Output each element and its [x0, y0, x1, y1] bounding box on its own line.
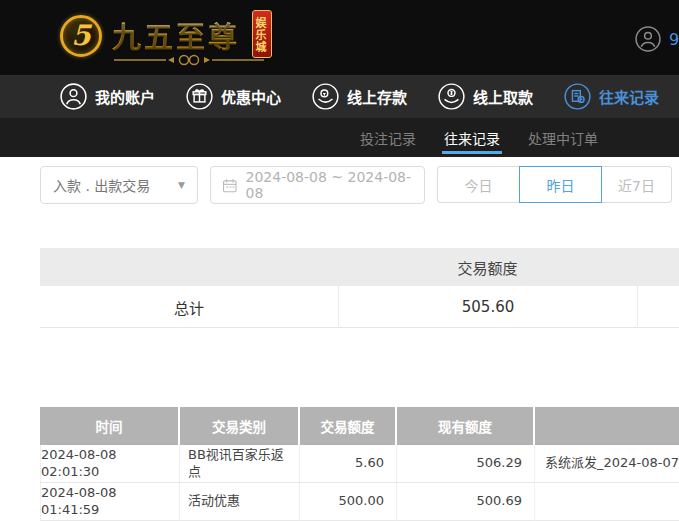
col-header-remark — [535, 407, 679, 445]
cell-time: 2024-08-08 02:01:30 — [40, 445, 180, 483]
nav-label: 线上存款 — [347, 86, 407, 107]
flourish-ornament-icon — [114, 52, 264, 72]
cell-amount: 5.60 — [300, 445, 397, 483]
tab-betting-records[interactable]: 投注记录 — [360, 118, 416, 157]
filter-bar: 入款 . 出款交易 ▼ 2024-08-08 ~ 2024-08-08 今日 昨… — [0, 157, 679, 217]
table-row: 2024-08-08 02:01:30 BB视讯百家乐返点 5.60 506.2… — [40, 445, 679, 483]
tab-pending-orders[interactable]: 处理中订单 — [528, 118, 598, 157]
last7days-button[interactable]: 近7日 — [602, 166, 672, 203]
main-nav: 我的账户 优惠中心 线上存款 线上取款 往来记录 — [0, 75, 679, 118]
nav-withdraw[interactable]: 线上取款 — [438, 83, 533, 110]
tab-transaction-records[interactable]: 往来记录 — [444, 118, 500, 157]
summary-total-label: 总计 — [40, 286, 338, 328]
cell-time: 2024-08-08 01:41:59 — [40, 483, 180, 521]
col-header-amount: 交易额度 — [300, 407, 397, 445]
deposit-icon — [312, 83, 339, 110]
brand-name: 九五至尊 — [112, 14, 240, 56]
summary-total-row: 总计 505.60 — [40, 286, 679, 328]
cell-remark — [535, 483, 679, 521]
summary-header-row: 交易额度 — [40, 248, 679, 286]
col-header-category: 交易类别 — [180, 407, 300, 445]
cell-balance: 506.29 — [397, 445, 535, 483]
date-range-picker[interactable]: 2024-08-08 ~ 2024-08-08 — [210, 166, 425, 204]
nav-promotions[interactable]: 优惠中心 — [186, 83, 281, 110]
nav-my-account[interactable]: 我的账户 — [60, 83, 155, 110]
nav-label: 我的账户 — [95, 86, 155, 107]
records-icon — [564, 83, 591, 110]
username[interactable]: 9yi — [669, 30, 679, 49]
top-header: 5 九五至尊 娱乐城 — [0, 0, 679, 75]
calendar-icon — [222, 177, 238, 194]
nav-transaction-records[interactable]: 往来记录 — [564, 83, 659, 110]
record-tabs: 投注记录 往来记录 处理中订单 — [0, 118, 679, 157]
brand-emblem-icon: 5 — [60, 15, 102, 57]
avatar-icon — [635, 26, 661, 52]
summary-empty-cell — [637, 286, 679, 328]
gift-icon — [186, 83, 213, 110]
brand-badge: 娱乐城 — [252, 10, 272, 58]
transactions-table: 时间 交易类别 交易额度 现有额度 2024-08-08 02:01:30 BB… — [40, 407, 679, 521]
withdraw-icon — [438, 83, 465, 110]
summary-total-value: 505.60 — [338, 286, 637, 328]
cell-category: BB视讯百家乐返点 — [180, 445, 300, 483]
quick-date-buttons: 今日 昨日 近7日 — [437, 166, 672, 203]
user-icon — [60, 83, 87, 110]
cell-balance: 500.69 — [397, 483, 535, 521]
transaction-records-page: 5 九五至尊 娱乐城 — [0, 0, 679, 521]
date-range-value: 2024-08-08 ~ 2024-08-08 — [246, 169, 413, 201]
col-header-time: 时间 — [40, 407, 180, 445]
user-account[interactable]: 9yi — [635, 26, 679, 52]
col-header-balance: 现有额度 — [397, 407, 535, 445]
summary-table: 交易额度 总计 505.60 — [40, 248, 679, 328]
transaction-type-select[interactable]: 入款 . 出款交易 ▼ — [40, 166, 198, 204]
nav-label: 往来记录 — [599, 86, 659, 107]
table-header-row: 时间 交易类别 交易额度 现有额度 — [40, 407, 679, 445]
cell-amount: 500.00 — [300, 483, 397, 521]
chevron-down-icon: ▼ — [178, 180, 185, 190]
yesterday-button[interactable]: 昨日 — [519, 166, 602, 203]
brand-logo[interactable]: 5 九五至尊 娱乐城 — [56, 8, 286, 70]
summary-amount-header: 交易额度 — [338, 248, 637, 286]
selected-type: 入款 . 出款交易 — [53, 175, 150, 195]
table-row: 2024-08-08 01:41:59 活动优惠 500.00 500.69 — [40, 483, 679, 521]
today-button[interactable]: 今日 — [437, 166, 519, 203]
nav-label: 线上取款 — [473, 86, 533, 107]
cell-remark: 系统派发_2024-08-07 — [535, 445, 679, 483]
nav-label: 优惠中心 — [221, 86, 281, 107]
cell-category: 活动优惠 — [180, 483, 300, 521]
nav-deposit[interactable]: 线上存款 — [312, 83, 407, 110]
